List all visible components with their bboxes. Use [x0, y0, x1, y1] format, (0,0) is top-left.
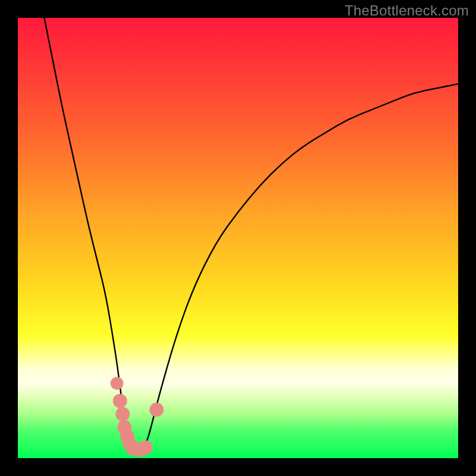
bottleneck-curve-svg [18, 18, 458, 458]
plot-area [18, 18, 458, 458]
data-marker [149, 403, 164, 417]
bottleneck-curve-path [44, 18, 458, 449]
watermark-text: TheBottleneck.com [345, 2, 469, 19]
data-marker [115, 407, 130, 421]
data-marker [113, 394, 127, 408]
data-marker [111, 377, 124, 390]
data-marker [139, 440, 153, 455]
data-markers [111, 377, 164, 456]
chart-frame: TheBottleneck.com [0, 0, 476, 476]
